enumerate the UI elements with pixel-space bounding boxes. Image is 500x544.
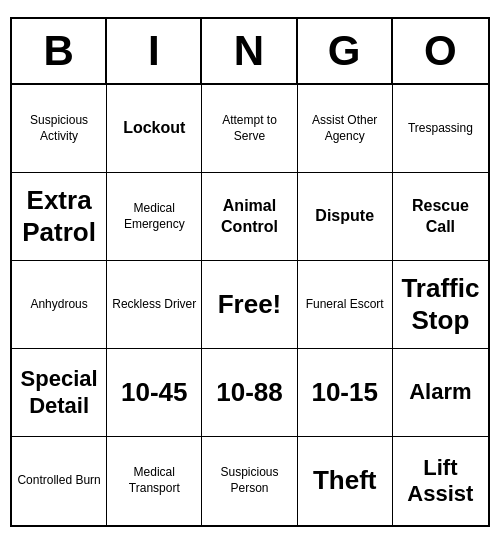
- bingo-cell-9[interactable]: Rescue Call: [393, 173, 488, 261]
- header-letter-B: B: [12, 19, 107, 83]
- bingo-cell-4[interactable]: Trespassing: [393, 85, 488, 173]
- bingo-cell-20[interactable]: Controlled Burn: [12, 437, 107, 525]
- cell-text-23: Theft: [313, 465, 377, 496]
- bingo-cell-21[interactable]: Medical Transport: [107, 437, 202, 525]
- bingo-cell-19[interactable]: Alarm: [393, 349, 488, 437]
- cell-text-11: Reckless Driver: [112, 297, 196, 313]
- bingo-cell-1[interactable]: Lockout: [107, 85, 202, 173]
- cell-text-2: Attempt to Serve: [206, 113, 292, 144]
- cell-text-7: Animal Control: [206, 196, 292, 238]
- bingo-cell-11[interactable]: Reckless Driver: [107, 261, 202, 349]
- cell-text-10: Anhydrous: [30, 297, 87, 313]
- bingo-cell-14[interactable]: Traffic Stop: [393, 261, 488, 349]
- cell-text-20: Controlled Burn: [17, 473, 100, 489]
- bingo-cell-0[interactable]: Suspicious Activity: [12, 85, 107, 173]
- cell-text-12: Free!: [218, 289, 282, 320]
- bingo-card: BINGO Suspicious ActivityLockoutAttempt …: [10, 17, 490, 527]
- bingo-cell-8[interactable]: Dispute: [298, 173, 393, 261]
- bingo-cell-23[interactable]: Theft: [298, 437, 393, 525]
- header-letter-O: O: [393, 19, 488, 83]
- bingo-cell-6[interactable]: Medical Emergency: [107, 173, 202, 261]
- bingo-cell-18[interactable]: 10-15: [298, 349, 393, 437]
- cell-text-8: Dispute: [315, 206, 374, 227]
- cell-text-1: Lockout: [123, 118, 185, 139]
- header-letter-I: I: [107, 19, 202, 83]
- cell-text-14: Traffic Stop: [397, 273, 484, 335]
- cell-text-17: 10-88: [216, 377, 283, 408]
- cell-text-15: Special Detail: [16, 366, 102, 419]
- bingo-cell-24[interactable]: Lift Assist: [393, 437, 488, 525]
- header-letter-G: G: [298, 19, 393, 83]
- cell-text-21: Medical Transport: [111, 465, 197, 496]
- cell-text-4: Trespassing: [408, 121, 473, 137]
- bingo-grid: Suspicious ActivityLockoutAttempt to Ser…: [12, 85, 488, 525]
- bingo-cell-15[interactable]: Special Detail: [12, 349, 107, 437]
- cell-text-13: Funeral Escort: [306, 297, 384, 313]
- cell-text-9: Rescue Call: [397, 196, 484, 238]
- cell-text-22: Suspicious Person: [206, 465, 292, 496]
- bingo-cell-7[interactable]: Animal Control: [202, 173, 297, 261]
- cell-text-19: Alarm: [409, 379, 471, 405]
- cell-text-0: Suspicious Activity: [16, 113, 102, 144]
- bingo-cell-2[interactable]: Attempt to Serve: [202, 85, 297, 173]
- cell-text-5: Extra Patrol: [16, 185, 102, 247]
- bingo-cell-12[interactable]: Free!: [202, 261, 297, 349]
- cell-text-16: 10-45: [121, 377, 188, 408]
- cell-text-18: 10-15: [311, 377, 378, 408]
- cell-text-3: Assist Other Agency: [302, 113, 388, 144]
- bingo-cell-3[interactable]: Assist Other Agency: [298, 85, 393, 173]
- bingo-cell-22[interactable]: Suspicious Person: [202, 437, 297, 525]
- bingo-cell-16[interactable]: 10-45: [107, 349, 202, 437]
- cell-text-24: Lift Assist: [397, 455, 484, 508]
- bingo-cell-5[interactable]: Extra Patrol: [12, 173, 107, 261]
- bingo-cell-10[interactable]: Anhydrous: [12, 261, 107, 349]
- cell-text-6: Medical Emergency: [111, 201, 197, 232]
- bingo-cell-17[interactable]: 10-88: [202, 349, 297, 437]
- header-letter-N: N: [202, 19, 297, 83]
- bingo-cell-13[interactable]: Funeral Escort: [298, 261, 393, 349]
- bingo-header: BINGO: [12, 19, 488, 85]
